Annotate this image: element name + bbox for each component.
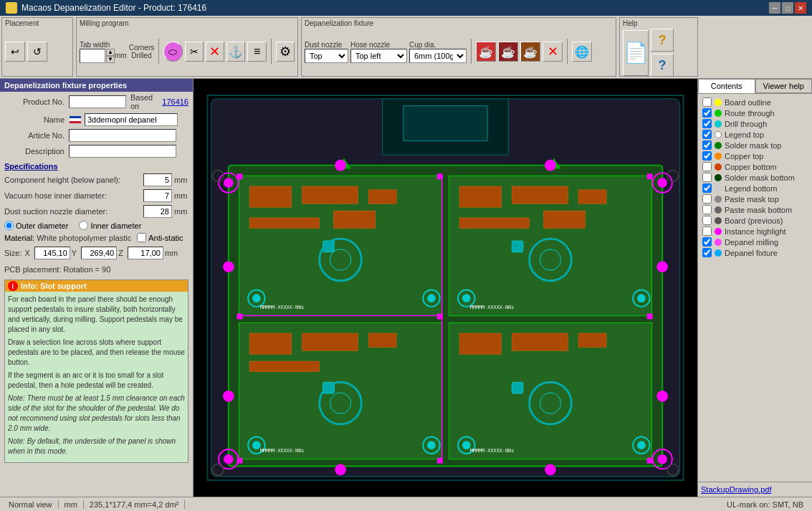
layer-depanel-milling-color	[715, 239, 722, 246]
layer-route-through-check[interactable]	[702, 108, 712, 118]
help-docs-btn[interactable]: 📄	[623, 30, 649, 76]
right-panel: Contents Viewer help Board outline Route…	[697, 79, 812, 497]
info-text-2: Draw a selection line across slots where…	[8, 338, 185, 368]
layer-board-previous-check[interactable]	[702, 216, 712, 225]
layer-copper-bottom-check[interactable]	[702, 162, 712, 171]
milling-label: Milling program	[80, 19, 295, 27]
outer-diameter-radio[interactable]	[4, 221, 14, 230]
red-cup-btn[interactable]: ☕	[476, 42, 496, 62]
cup-dia-select[interactable]: 6mm (100g) 8mm (200g)	[409, 49, 467, 63]
layer-depanel-milling[interactable]: Depanel milling	[701, 237, 809, 247]
anchor-tool[interactable]: ⚓	[226, 42, 245, 62]
product-no-input[interactable]	[69, 95, 126, 108]
scissors-tool[interactable]: ✂	[185, 42, 204, 62]
info-note-1: Note: There must be at least 1.5 mm clea…	[8, 393, 185, 434]
dust-suction-input[interactable]: 28	[143, 205, 172, 218]
layer-copper-top[interactable]: Copper top	[701, 151, 809, 161]
close-button[interactable]: ✕	[795, 2, 806, 14]
layer-legend-top-check[interactable]	[702, 130, 712, 139]
layer-copper-bottom[interactable]: Copper bottom	[701, 161, 809, 172]
tab-width-input[interactable]: 6,0	[80, 49, 105, 63]
layer-solder-mask-top-check[interactable]	[702, 140, 712, 150]
corners-top-label: Corners	[129, 44, 155, 52]
stackup-link[interactable]: StackupDrawing.pdf	[701, 485, 771, 494]
layer-drill-through[interactable]: Drill through	[701, 118, 809, 129]
size-y-input[interactable]: 269,40	[81, 247, 117, 259]
layer-paste-mask-bottom-check[interactable]	[702, 205, 712, 214]
layer-paste-mask-bottom[interactable]: Paste mask bottom	[701, 204, 809, 215]
help-question-btn[interactable]: ?	[651, 29, 674, 52]
globe-btn[interactable]: 🌐	[572, 42, 592, 62]
outer-diameter-option[interactable]: Outer diameter	[4, 221, 68, 230]
layer-depanel-fixture[interactable]: Depanel fixture	[701, 247, 809, 258]
layer-depanel-milling-label: Depanel milling	[725, 238, 778, 247]
anti-static-checkbox[interactable]	[137, 233, 146, 242]
inner-diameter-option[interactable]: Inner diameter	[79, 221, 141, 230]
tab-width-down[interactable]: ▼	[106, 56, 115, 63]
layer-route-through[interactable]: Route through	[701, 108, 809, 118]
undo-button[interactable]: ↩	[5, 42, 25, 62]
brown-btn[interactable]: ☕	[520, 42, 540, 62]
layer-depanel-milling-check[interactable]	[702, 237, 712, 247]
layer-solder-mask-top[interactable]: Solder mask top	[701, 140, 809, 151]
layer-copper-top-check[interactable]	[702, 151, 712, 161]
layer-paste-mask-top[interactable]: Paste mask top	[701, 194, 809, 204]
maximize-button[interactable]: □	[782, 2, 793, 14]
layer-depanel-fixture-check[interactable]	[702, 248, 712, 257]
svg-text:MMMMM-XXXXX-NNs: MMMMM-XXXXX-NNs	[260, 305, 305, 310]
material-value: White photopolymer plastic	[37, 234, 131, 242]
delete-tool[interactable]: ✕	[206, 42, 224, 62]
name-input[interactable]: 3ddemopnl depanel	[85, 113, 178, 126]
tab-width-up[interactable]: ▲	[106, 49, 115, 56]
tab-contents[interactable]: Contents	[698, 79, 755, 93]
component-height-input[interactable]: 5	[143, 173, 172, 186]
layer-instance-highlight-check[interactable]	[702, 226, 712, 236]
layer-legend-top[interactable]: Legend top	[701, 129, 809, 140]
rack-tool[interactable]: ≡	[247, 42, 266, 62]
layer-board-outline[interactable]: Board outline	[701, 97, 809, 108]
layer-legend-bottom-check[interactable]	[702, 183, 712, 193]
inner-diameter-radio[interactable]	[79, 221, 88, 230]
dust-nozzle-select[interactable]: Top Bottom Side	[305, 49, 348, 63]
description-input[interactable]	[69, 145, 176, 158]
layer-solder-mask-bottom-check[interactable]	[702, 173, 712, 182]
svg-point-87	[656, 391, 668, 402]
vacuum-hose-input[interactable]: 7	[143, 189, 172, 202]
tab-width-spinbox[interactable]: 6,0 ▲ ▼ mm	[80, 49, 127, 63]
redo-button[interactable]: ↺	[27, 42, 47, 62]
size-x-input[interactable]: 145,10	[34, 247, 70, 259]
size-z-input[interactable]: 17,00	[128, 247, 163, 259]
layer-copper-top-color	[715, 153, 722, 160]
fixture-delete-btn[interactable]: ✕	[543, 42, 563, 62]
layer-drill-through-check[interactable]	[702, 119, 712, 128]
canvas-area[interactable]: MMMMM-XXXXX-NNs MMMMM-XXXXX-NNs MMMMM-XX…	[194, 79, 697, 497]
layer-legend-bottom[interactable]: Legend bottom	[701, 183, 809, 194]
settings-tool[interactable]: ⚙	[276, 42, 295, 62]
layer-board-previous[interactable]: Board (previous)	[701, 215, 809, 226]
anti-static-option[interactable]: Anti-static	[137, 233, 183, 242]
layer-board-outline-check[interactable]	[702, 97, 712, 107]
size-row: Size: X 145,10 Y 269,40 Z 17,00 mm	[0, 244, 193, 262]
layer-legend-bottom-label: Legend bottom	[725, 184, 777, 193]
help-info-btn[interactable]: ?	[651, 54, 674, 77]
tab-width-label: Tab width	[80, 41, 127, 49]
app-icon	[6, 2, 17, 14]
pcb-canvas: MMMMM-XXXXX-NNs MMMMM-XXXXX-NNs MMMMM-XX…	[194, 79, 697, 497]
based-on-value[interactable]: 176416	[162, 97, 188, 106]
article-no-input[interactable]	[69, 129, 176, 142]
outer-diameter-label: Outer diameter	[16, 221, 68, 230]
minimize-button[interactable]: ─	[769, 2, 780, 14]
window-controls: ─ □ ✕	[769, 2, 806, 14]
layer-solder-mask-bottom[interactable]: Solder mask bottom	[701, 172, 809, 183]
tab-viewer-help[interactable]: Viewer help	[755, 79, 813, 93]
size-x-label: X	[24, 249, 29, 257]
layer-paste-mask-top-check[interactable]	[702, 194, 712, 204]
dark-red-btn[interactable]: ☕	[498, 42, 518, 62]
svg-rect-54	[647, 314, 653, 320]
help-content: 📄 ? ?	[623, 29, 694, 77]
specifications-title[interactable]: Specifications	[0, 159, 193, 172]
layer-legend-top-color	[715, 131, 722, 138]
hose-nozzle-select[interactable]: Top left Top right Bottom left	[350, 49, 407, 63]
layer-instance-highlight[interactable]: Instance highlight	[701, 226, 809, 237]
ellipse-tool[interactable]: ⬭	[163, 42, 182, 62]
